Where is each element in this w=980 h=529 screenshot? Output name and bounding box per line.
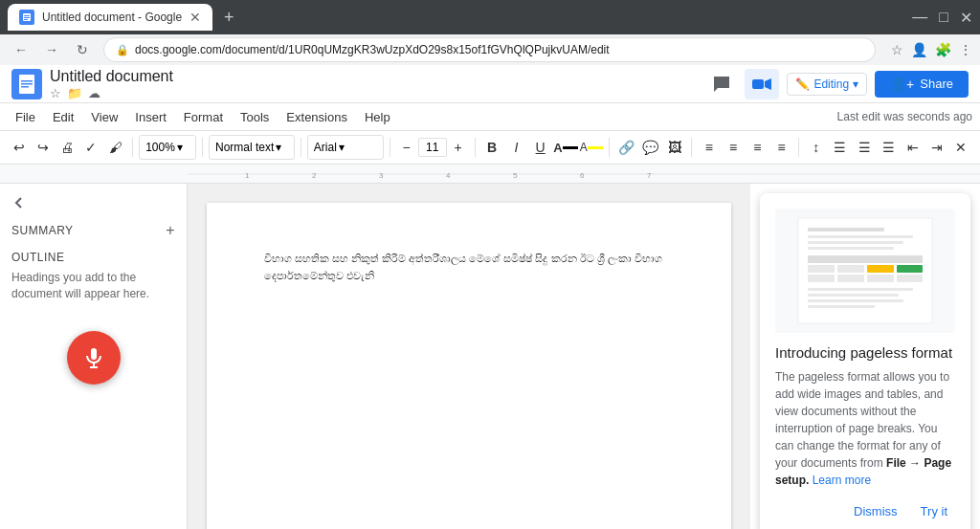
increase-indent-button[interactable]: ⇥ — [925, 134, 947, 161]
font-size-increase-button[interactable]: + — [448, 137, 469, 158]
sidebar-back-button[interactable] — [11, 195, 175, 210]
star-icon[interactable]: ☆ — [50, 86, 61, 100]
reload-button[interactable]: ↻ — [69, 36, 96, 63]
clear-formatting-button[interactable]: ✕ — [950, 134, 972, 161]
insert-image-button[interactable]: 🖼 — [663, 134, 685, 161]
pageless-format-popup: Introducing pageless format The pageless… — [760, 193, 970, 529]
document-body[interactable]: විභාග සහතික සහ නිකුත් කිරීම් අත්තරි්ශාලය… — [264, 251, 674, 284]
style-dropdown[interactable]: Normal text ▾ — [209, 135, 295, 160]
align-left-button[interactable]: ≡ — [698, 134, 720, 161]
move-icon[interactable]: 📁 — [67, 86, 82, 100]
maximize-icon[interactable]: □ — [939, 9, 948, 26]
voice-input-button[interactable] — [67, 331, 121, 385]
menu-icon[interactable]: ⋮ — [959, 42, 972, 57]
outline-hint: Headings you add to the document will ap… — [11, 270, 175, 302]
learn-more-link[interactable]: Learn more — [813, 474, 871, 487]
close-icon[interactable]: ✕ — [960, 9, 972, 27]
ruler: 1 2 3 4 5 6 7 — [0, 165, 980, 184]
line-spacing-button[interactable]: ↕ — [805, 134, 827, 161]
highlight-color-button[interactable]: A — [580, 134, 603, 161]
url-bar[interactable]: 🔒 docs.google.com/document/d/1UR0qUMzgKR… — [103, 37, 876, 62]
tab-favicon — [19, 10, 34, 25]
print-button[interactable]: 🖨 — [56, 134, 78, 161]
checklist-button[interactable]: ☰ — [829, 134, 851, 161]
menu-view[interactable]: View — [83, 107, 125, 127]
extensions-icon[interactable]: 🧩 — [935, 42, 951, 57]
bold-button[interactable]: B — [480, 134, 502, 161]
menu-format[interactable]: Format — [176, 107, 231, 127]
profile-icon[interactable]: 👤 — [911, 42, 927, 57]
pageless-popup-title: Introducing pageless format — [775, 344, 955, 361]
editing-dropdown[interactable]: ✏️ Editing ▾ — [787, 73, 867, 96]
decrease-indent-button[interactable]: ⇤ — [902, 134, 924, 161]
zoom-value: 100% — [145, 141, 175, 154]
svg-text:5: 5 — [513, 171, 518, 180]
font-size-controls: − + — [396, 137, 469, 158]
insert-link-button[interactable]: 🔗 — [615, 134, 637, 161]
svg-rect-37 — [808, 305, 875, 308]
align-center-button[interactable]: ≡ — [722, 134, 744, 161]
undo-button[interactable]: ↩ — [8, 134, 30, 161]
browser-tab[interactable]: Untitled document - Google ✕ — [8, 4, 212, 31]
separator-1 — [132, 138, 133, 157]
style-chevron-icon: ▾ — [276, 141, 281, 154]
comment-button[interactable] — [706, 69, 737, 99]
menu-insert[interactable]: Insert — [127, 107, 174, 127]
underline-button[interactable]: U — [529, 134, 551, 161]
share-icon: 👤+ — [890, 77, 914, 92]
text-color-button[interactable]: A — [553, 134, 577, 161]
lock-icon: 🔒 — [116, 44, 129, 56]
menu-edit[interactable]: Edit — [45, 107, 81, 127]
menu-help[interactable]: Help — [357, 107, 398, 127]
numbered-list-button[interactable]: ☰ — [878, 134, 900, 161]
svg-rect-5 — [21, 80, 33, 82]
menu-tools[interactable]: Tools — [233, 107, 277, 127]
svg-rect-35 — [808, 294, 899, 297]
add-summary-button[interactable]: + — [166, 222, 175, 239]
last-edit-text: Last edit was seconds ago — [837, 110, 972, 123]
svg-rect-8 — [752, 79, 764, 89]
summary-header: SUMMARY + — [11, 222, 175, 239]
spell-check-button[interactable]: ✓ — [80, 134, 102, 161]
ruler-content: 1 2 3 4 5 6 7 — [188, 165, 980, 183]
share-label: Share — [920, 77, 953, 91]
back-button[interactable]: ← — [8, 36, 34, 63]
italic-button[interactable]: I — [505, 134, 527, 161]
align-right-button[interactable]: ≡ — [746, 134, 768, 161]
font-size-input[interactable] — [418, 138, 447, 157]
insert-comment-button[interactable]: 💬 — [639, 134, 661, 161]
cloud-icon[interactable]: ☁ — [88, 86, 100, 100]
svg-rect-2 — [24, 17, 30, 18]
meet-button[interactable] — [745, 69, 779, 99]
minimize-icon[interactable]: — — [912, 9, 927, 26]
menu-file[interactable]: File — [8, 107, 43, 127]
font-size-decrease-button[interactable]: − — [396, 137, 417, 158]
chevron-down-icon: ▾ — [853, 77, 858, 91]
document-page[interactable]: විභාග සහතික සහ නිකුත් කිරීම් අත්තරි්ශාලය… — [207, 203, 731, 529]
svg-rect-22 — [808, 235, 913, 238]
try-it-button[interactable]: Try it — [913, 500, 955, 522]
outline-label: OUTLINE — [11, 251, 175, 264]
separator-6 — [609, 138, 610, 157]
popup-area: Introducing pageless format The pageless… — [750, 184, 980, 529]
bookmark-icon[interactable]: ☆ — [891, 42, 903, 57]
forward-button[interactable]: → — [38, 36, 65, 63]
justify-button[interactable]: ≡ — [770, 134, 792, 161]
paint-format-button[interactable]: 🖌 — [104, 134, 126, 161]
redo-button[interactable]: ↪ — [32, 134, 54, 161]
document-area[interactable]: විභාග සහතික සහ නිකුත් කිරීම් අත්තරි්ශාලය… — [188, 184, 750, 529]
bullet-list-button[interactable]: ☰ — [854, 134, 876, 161]
tab-close-btn[interactable]: ✕ — [189, 10, 201, 25]
document-title[interactable]: Untitled document — [50, 68, 699, 85]
main-layout: SUMMARY + OUTLINE Headings you add to th… — [0, 184, 980, 529]
svg-rect-23 — [808, 241, 903, 244]
new-tab-button[interactable]: + — [224, 8, 234, 28]
tab-title: Untitled document - Google — [42, 11, 182, 24]
zoom-dropdown[interactable]: 100% ▾ — [139, 135, 196, 160]
share-button[interactable]: 👤+ Share — [875, 71, 969, 98]
menu-extensions[interactable]: Extensions — [278, 107, 355, 127]
dismiss-button[interactable]: Dismiss — [846, 500, 905, 522]
font-dropdown[interactable]: Arial ▾ — [307, 135, 384, 160]
style-value: Normal text — [215, 141, 274, 154]
svg-rect-24 — [808, 247, 894, 250]
